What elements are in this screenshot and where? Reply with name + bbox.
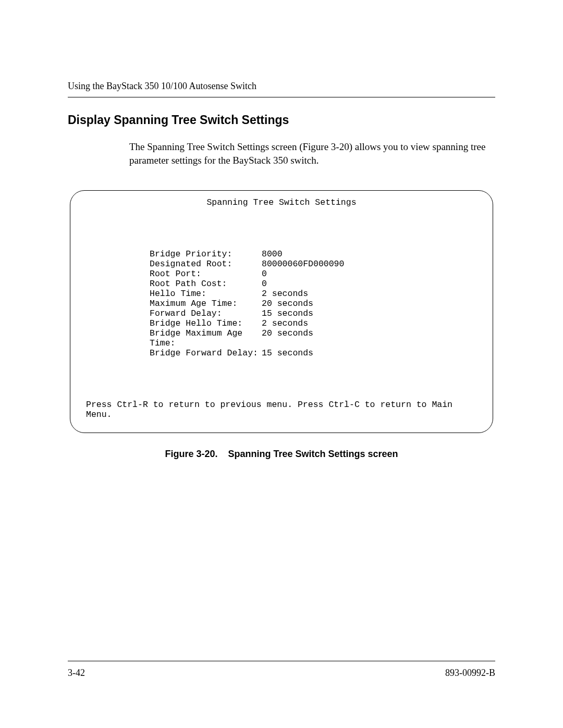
- settings-label: Bridge Forward Delay:: [150, 349, 262, 359]
- settings-value: 0: [262, 279, 267, 289]
- settings-value: 2 seconds: [262, 319, 308, 329]
- settings-row: Root Path Cost: 0: [150, 279, 481, 289]
- settings-row: Bridge Forward Delay: 15 seconds: [150, 349, 481, 359]
- settings-row: Bridge Priority: 8000: [150, 250, 481, 260]
- settings-value: 15 seconds: [262, 309, 313, 319]
- page-footer: 3-42 893-00992-B: [68, 661, 495, 678]
- document-number: 893-00992-B: [445, 668, 495, 678]
- terminal-screen-figure: Spanning Tree Switch Settings Bridge Pri…: [70, 190, 493, 433]
- section-heading: Display Spanning Tree Switch Settings: [68, 113, 495, 127]
- settings-value: 15 seconds: [262, 349, 313, 359]
- settings-label: Bridge Maximum Age Time:: [150, 329, 262, 349]
- screen-title: Spanning Tree Switch Settings: [82, 198, 481, 208]
- screen-footer-instruction: Press Ctrl-R to return to previous menu.…: [86, 400, 481, 420]
- figure-caption: Figure 3-20. Spanning Tree Switch Settin…: [68, 449, 495, 460]
- settings-label: Root Port:: [150, 269, 262, 279]
- settings-value: 20 seconds: [262, 329, 313, 349]
- settings-block: Bridge Priority: 8000 Designated Root: 8…: [150, 250, 481, 359]
- running-header: Using the BayStack 350 10/100 Autosense …: [68, 81, 495, 97]
- settings-row: Maximum Age Time: 20 seconds: [150, 299, 481, 309]
- settings-value: 8000: [262, 250, 283, 260]
- settings-value: 80000060FD000090: [262, 260, 344, 269]
- settings-label: Root Path Cost:: [150, 279, 262, 289]
- settings-label: Hello Time:: [150, 289, 262, 299]
- settings-value: 0: [262, 269, 267, 279]
- settings-row: Bridge Maximum Age Time: 20 seconds: [150, 329, 481, 349]
- page: Using the BayStack 350 10/100 Autosense …: [0, 0, 563, 728]
- settings-label: Maximum Age Time:: [150, 299, 262, 309]
- settings-value: 20 seconds: [262, 299, 313, 309]
- settings-label: Designated Root:: [150, 260, 262, 269]
- settings-row: Bridge Hello Time: 2 seconds: [150, 319, 481, 329]
- settings-value: 2 seconds: [262, 289, 308, 299]
- settings-row: Hello Time: 2 seconds: [150, 289, 481, 299]
- settings-label: Bridge Hello Time:: [150, 319, 262, 329]
- settings-row: Forward Delay: 15 seconds: [150, 309, 481, 319]
- figure-caption-prefix: Figure 3-20.: [165, 449, 217, 459]
- page-number: 3-42: [68, 668, 85, 678]
- settings-row: Designated Root: 80000060FD000090: [150, 260, 481, 269]
- figure-caption-text: Spanning Tree Switch Settings screen: [228, 449, 398, 459]
- settings-label: Bridge Priority:: [150, 250, 262, 260]
- settings-label: Forward Delay:: [150, 309, 262, 319]
- settings-row: Root Port: 0: [150, 269, 481, 279]
- section-body: The Spanning Tree Switch Settings screen…: [129, 140, 495, 167]
